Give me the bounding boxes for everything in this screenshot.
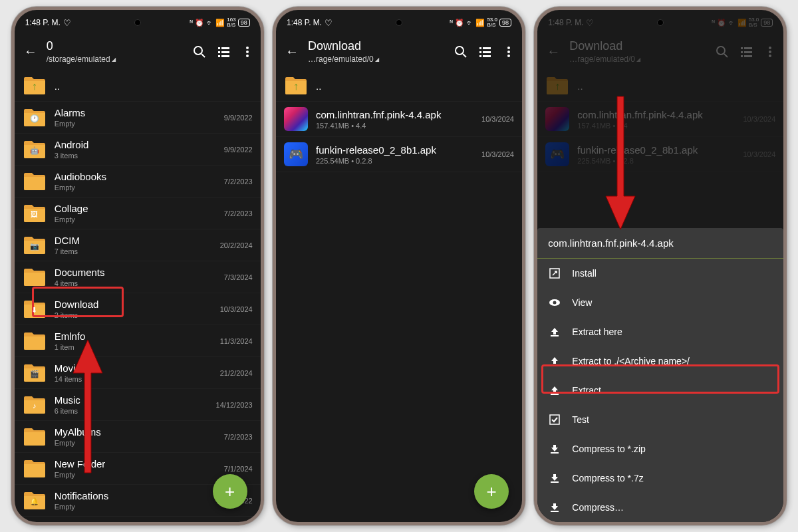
file-date: 10/3/2024	[481, 115, 514, 123]
overflow-menu-icon[interactable]	[502, 45, 515, 59]
context-menu-item[interactable]: Compress to *.7z	[537, 464, 783, 493]
up-label: ..	[55, 80, 253, 92]
folder-row[interactable]: 🤖 Android 3 items 9/9/2022	[15, 134, 261, 166]
folder-icon: 📷	[23, 235, 47, 255]
up-folder-row[interactable]: ↑ ..	[537, 70, 783, 102]
folder-name: Music	[55, 394, 208, 406]
battery-icon: 98	[499, 19, 511, 27]
net-speed: 53.0B/S	[487, 17, 497, 28]
fab-add-button[interactable]: +	[474, 474, 509, 509]
folder-row[interactable]: Documents 4 items 7/3/2024	[15, 261, 261, 293]
folder-icon: ♪	[23, 395, 47, 415]
context-menu-item[interactable]: Extract here	[537, 317, 783, 346]
header-title: Download	[308, 39, 448, 53]
file-list[interactable]: ↑ .. com.linhtran.fnf.pink-4.4.apk 157.4…	[276, 70, 522, 522]
file-row[interactable]: 🎮 funkin-release0_2_8b1.apk 225.54MB • 0…	[276, 137, 522, 172]
header-title: Download	[569, 39, 709, 53]
header-path[interactable]: …rage/emulated/0 ◢	[569, 55, 709, 64]
search-icon[interactable]	[193, 45, 206, 59]
folder-row[interactable]: 🕐 Alarms Empty 9/9/2022	[15, 102, 261, 134]
context-menu-item[interactable]: Extract to ./<Archive name>/	[537, 346, 783, 376]
folder-date: 21/2/2024	[220, 369, 253, 377]
context-menu-item[interactable]: Test	[537, 405, 783, 434]
folder-date: 7/1/2024	[224, 465, 253, 473]
header-path[interactable]: /storage/emulated ◢	[47, 55, 186, 64]
extract-icon	[548, 326, 561, 338]
folder-icon	[23, 331, 47, 351]
up-folder-row[interactable]: ↑ ..	[15, 70, 261, 102]
context-menu-item[interactable]: Extract…	[537, 376, 783, 405]
back-button[interactable]: ←	[21, 41, 40, 62]
folder-row[interactable]: 🖼 Collage Empty 7/2/2023	[15, 198, 261, 229]
file-row[interactable]: com.linhtran.fnf.pink-4.4.apk 157.41MB •…	[537, 102, 783, 137]
app-header: ← Download …rage/emulated/0 ◢	[276, 35, 522, 70]
battery-icon: 98	[761, 19, 773, 27]
up-folder-row[interactable]: ↑ ..	[276, 70, 522, 102]
view-mode-icon[interactable]	[478, 45, 491, 59]
signal-icon: 📶	[475, 19, 485, 27]
view-mode-icon[interactable]	[739, 45, 753, 59]
folder-icon	[23, 267, 47, 287]
folder-name: Notifications	[55, 490, 216, 501]
folder-name: DCIM	[55, 235, 212, 246]
signal-icon: 📶	[215, 19, 225, 27]
camera-dot	[396, 19, 402, 26]
folder-name: Emlnfo	[55, 331, 212, 342]
context-menu-label: Compress to *.zip	[572, 444, 645, 454]
folder-icon: 🔔	[23, 491, 47, 511]
context-menu-item[interactable]: View	[537, 288, 783, 317]
apk-icon	[545, 107, 569, 131]
overflow-menu-icon[interactable]	[241, 45, 254, 59]
folder-row[interactable]: 📷 DCIM 7 items 20/2/2024	[15, 229, 261, 261]
net-speed: 53.0B/S	[749, 17, 759, 28]
overflow-menu-icon[interactable]	[763, 45, 777, 59]
folder-row[interactable]: MyAlbums Empty 7/2/2023	[15, 421, 261, 453]
phone-screen-2: 1:48 P. M. ♡ ᴺ ⏰ ᯤ 📶 53.0B/S 98 ← Downlo…	[273, 7, 525, 525]
search-icon[interactable]	[454, 45, 467, 59]
file-date: 10/3/2024	[481, 150, 514, 158]
context-menu-label: View	[572, 297, 592, 308]
folder-row[interactable]: Emlnfo 1 item 11/3/2024	[15, 325, 261, 357]
folder-meta: Empty	[55, 503, 216, 511]
folder-name: Download	[55, 299, 212, 310]
folder-row[interactable]: 🎬 Movies 14 items 21/2/2024	[15, 357, 261, 389]
test-icon	[548, 414, 561, 426]
header-path[interactable]: …rage/emulated/0 ◢	[308, 55, 448, 64]
file-row[interactable]: 🎮 funkin-release0_2_8b1.apk 225.54MB • 0…	[537, 137, 783, 172]
wifi-icon: ᯤ	[206, 19, 213, 27]
folder-row[interactable]: Audiobooks Empty 7/2/2023	[15, 166, 261, 198]
apk-icon: 🎮	[284, 142, 308, 166]
context-menu-item[interactable]: Compress…	[537, 493, 783, 522]
folder-date: 7/2/2023	[224, 433, 253, 441]
alarm-icon: ⏰	[195, 19, 204, 27]
folder-name: Movies	[55, 362, 212, 374]
folder-icon	[23, 172, 47, 192]
folder-up-icon: ↑	[23, 76, 47, 96]
heart-icon: ♡	[325, 18, 332, 28]
context-menu-item[interactable]: Compress to *.zip	[537, 434, 783, 464]
net-speed: 163B/S	[227, 17, 235, 28]
search-icon[interactable]	[716, 45, 729, 59]
wifi-icon: ᯤ	[728, 19, 735, 27]
folder-icon: 🎬	[23, 363, 47, 383]
fab-add-button[interactable]: +	[213, 474, 247, 509]
alarm-icon: ⏰	[455, 19, 464, 27]
file-name: com.linhtran.fnf.pink-4.4.apk	[316, 109, 473, 120]
view-icon	[548, 297, 561, 309]
file-list[interactable]: ↑ .. 🕐 Alarms Empty 9/9/2022 🤖 Android 3…	[15, 70, 261, 522]
context-menu-item[interactable]: Install	[537, 259, 783, 288]
camera-dot	[657, 19, 664, 26]
folder-meta: Empty	[55, 120, 216, 128]
folder-icon: 🤖	[23, 140, 47, 160]
context-menu-label: Compress…	[572, 502, 624, 513]
context-menu-label: Extract to ./<Archive name>/	[572, 356, 690, 366]
apk-icon	[284, 107, 308, 131]
folder-name: Audiobooks	[55, 171, 216, 182]
folder-row[interactable]: ⬇ Download 2 items 10/3/2024	[15, 293, 261, 325]
file-row[interactable]: com.linhtran.fnf.pink-4.4.apk 157.41MB •…	[276, 102, 522, 137]
file-meta: 157.41MB • 4.4	[316, 122, 473, 130]
view-mode-icon[interactable]	[217, 45, 230, 59]
back-button[interactable]: ←	[283, 41, 301, 62]
back-button[interactable]: ←	[544, 41, 563, 62]
folder-row[interactable]: ♪ Music 6 items 14/12/2023	[15, 389, 261, 421]
